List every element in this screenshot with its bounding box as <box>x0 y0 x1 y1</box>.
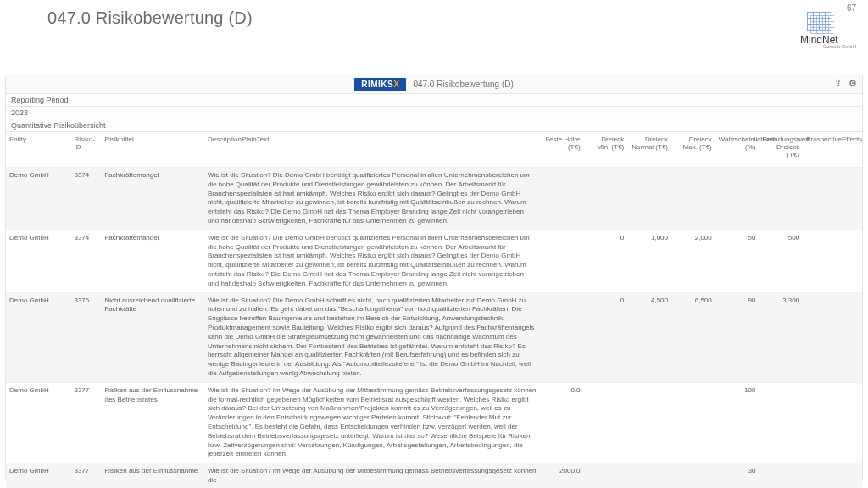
col-desc[interactable]: DescriptionPlainText <box>204 132 540 168</box>
cell-desc: Wie ist die Situation? Im Wege der Ausüb… <box>204 463 540 488</box>
cell-max <box>671 463 715 488</box>
cell-prob: 50 <box>715 230 760 292</box>
cell-max: 6,500 <box>671 292 715 382</box>
col-erw[interactable]: Erwartungswert Dreieck (T€) <box>759 132 803 168</box>
cell-normal <box>627 382 671 463</box>
brand-sub: Consult GmbH <box>823 44 856 49</box>
cell-erw <box>759 168 803 230</box>
col-min[interactable]: Dreieck Min. (T€) <box>584 132 628 168</box>
cell-feste <box>540 230 584 292</box>
cell-id: 3376 <box>70 292 101 382</box>
cell-min <box>584 382 628 463</box>
table-row[interactable]: Demo GmbH3374FachkräftemangelWie ist die… <box>6 168 862 230</box>
cell-erw: 500 <box>759 230 803 292</box>
col-entity[interactable]: Entity <box>6 132 70 168</box>
cell-prob: 30 <box>715 463 760 488</box>
col-id[interactable]: Risiko-ID <box>70 132 101 168</box>
brand-mark-icon <box>802 12 836 36</box>
cell-min: 0 <box>584 230 628 292</box>
cell-entity: Demo GmbH <box>6 230 70 292</box>
cell-min <box>584 463 628 488</box>
reporting-period-value[interactable]: 2023 <box>6 107 862 119</box>
cell-feste <box>540 168 584 230</box>
cell-title: Nicht ausreichend qualifizierte Fachkräf… <box>101 292 203 382</box>
cell-min <box>584 168 628 230</box>
report-title: 047.0 Risikobewertung (D) <box>413 80 513 89</box>
share-icon[interactable]: ⇪ <box>834 78 842 89</box>
cell-desc: Wie ist die Situation? Die Demo GmbH sch… <box>204 292 540 382</box>
brand-logo: MindNet Consult GmbH <box>782 12 856 49</box>
cell-title: Risiken aus der Einflussnahme des Betrie… <box>101 382 203 463</box>
cell-prob: 100 <box>715 382 760 463</box>
cell-prob: 90 <box>715 292 760 382</box>
table-header-row: Entity Risiko-ID Risikotitel Description… <box>6 132 862 168</box>
report-panel: RIMIKSX 047.0 Risikobewertung (D) ⇪ ⚙ Re… <box>5 75 863 480</box>
cell-prosp <box>803 230 862 292</box>
cell-max <box>671 168 715 230</box>
col-prob[interactable]: Wahrscheinlichkeit (%) <box>715 132 760 168</box>
cell-prosp <box>803 292 862 382</box>
table-row[interactable]: Demo GmbH3376Nicht ausreichend qualifizi… <box>6 292 862 382</box>
cell-entity: Demo GmbH <box>6 292 70 382</box>
cell-id: 3377 <box>70 382 101 463</box>
col-max[interactable]: Dreieck Max. (T€) <box>671 132 715 168</box>
cell-entity: Demo GmbH <box>6 168 70 230</box>
cell-normal: 4,500 <box>627 292 671 382</box>
app-logo: RIMIKSX <box>354 78 406 91</box>
cell-feste: 0.0 <box>540 382 584 463</box>
cell-title: Fachkräftemangel <box>101 168 203 230</box>
cell-title: Fachkräftemangel <box>101 230 203 292</box>
cell-id: 3374 <box>70 168 101 230</box>
cell-desc: Wie ist die Situation? Die Demo GmbH ben… <box>204 230 540 292</box>
section-label: Quantitative Risikoübersicht <box>6 119 862 132</box>
cell-id: 3374 <box>70 230 101 292</box>
cell-id: 3377 <box>70 463 101 488</box>
cell-min: 0 <box>584 292 628 382</box>
cell-prosp <box>803 382 862 463</box>
cell-feste <box>540 292 584 382</box>
cell-desc: Wie ist die Situation? Im Wege der Ausüb… <box>204 382 540 463</box>
cell-max: 2,000 <box>671 230 715 292</box>
cell-erw: 3,300 <box>759 292 803 382</box>
cell-prob <box>715 168 760 230</box>
cell-normal: 1,000 <box>627 230 671 292</box>
cell-normal <box>627 463 671 488</box>
cell-desc: Wie ist die Situation? Die Demo GmbH ben… <box>204 168 540 230</box>
cell-entity: Demo GmbH <box>6 463 70 488</box>
cell-feste: 2000.0 <box>540 463 584 488</box>
risk-table: Entity Risiko-ID Risikotitel Description… <box>6 132 862 488</box>
col-feste[interactable]: Feste Höhe (T€) <box>540 132 584 168</box>
col-normal[interactable]: Dreieck Normal (T€) <box>627 132 671 168</box>
page-title: 047.0 Risikobewertung (D) <box>47 8 253 28</box>
cell-erw <box>759 382 803 463</box>
col-prosp[interactable]: ProspectiveEffects <box>803 132 862 168</box>
cell-prosp <box>803 463 862 488</box>
col-title[interactable]: Risikotitel <box>101 132 203 168</box>
table-row[interactable]: Demo GmbH3377Risiken aus der Einflussnah… <box>6 382 862 463</box>
settings-icon[interactable]: ⚙ <box>849 78 857 89</box>
cell-entity: Demo GmbH <box>6 382 70 463</box>
reporting-period-label: Reporting Period <box>6 94 862 107</box>
report-header: RIMIKSX 047.0 Risikobewertung (D) ⇪ ⚙ <box>6 75 862 94</box>
cell-title: Risiken aus der Einflussnahme <box>101 463 203 488</box>
table-row[interactable]: Demo GmbH3377Risiken aus der Einflussnah… <box>6 463 862 488</box>
table-row[interactable]: Demo GmbH3374FachkräftemangelWie ist die… <box>6 230 862 292</box>
cell-normal <box>627 168 671 230</box>
cell-erw <box>759 463 803 488</box>
cell-max <box>671 382 715 463</box>
cell-prosp <box>803 168 862 230</box>
